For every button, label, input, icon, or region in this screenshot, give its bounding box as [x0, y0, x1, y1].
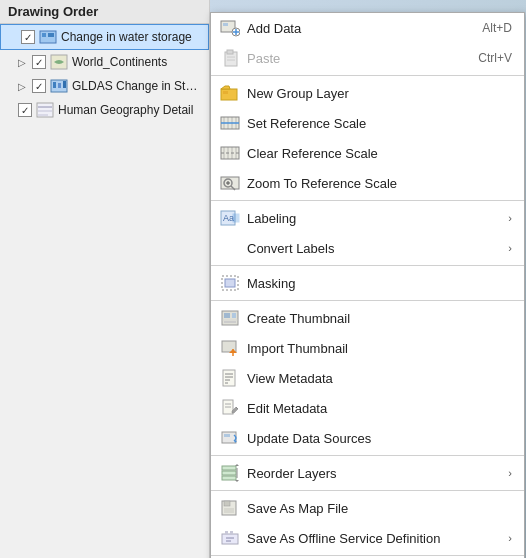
svg-rect-75 — [230, 531, 233, 535]
menu-label: Zoom To Reference Scale — [247, 176, 512, 191]
clear-ref-scale-icon — [219, 143, 241, 163]
expand-icon[interactable]: ▷ — [18, 57, 32, 68]
svg-rect-74 — [225, 531, 228, 535]
svg-rect-2 — [48, 33, 54, 37]
svg-rect-73 — [222, 534, 238, 544]
layer-item[interactable]: ▷ World_Continents — [0, 50, 209, 74]
submenu-arrow: › — [508, 242, 512, 254]
layer-item[interactable]: Human Geography Detail — [0, 98, 209, 122]
set-ref-scale-icon — [219, 113, 241, 133]
svg-rect-44 — [225, 279, 235, 287]
labeling-icon: Aa — [219, 208, 241, 228]
svg-text:Aa: Aa — [223, 213, 234, 223]
svg-marker-68 — [235, 464, 239, 466]
svg-marker-69 — [235, 480, 239, 482]
menu-separator — [211, 490, 524, 491]
import-thumbnail-icon — [219, 338, 241, 358]
svg-rect-1 — [42, 33, 46, 37]
menu-label: Convert Labels — [247, 241, 508, 256]
layer-label: Human Geography Detail — [58, 103, 193, 117]
svg-rect-22 — [223, 91, 228, 94]
menu-item-save-offline[interactable]: Save As Offline Service Definition › — [211, 523, 524, 553]
svg-rect-66 — [222, 476, 236, 480]
menu-separator — [211, 75, 524, 76]
menu-item-labeling[interactable]: Aa Labeling › — [211, 203, 524, 233]
menu-item-paste: Paste Ctrl+V — [211, 43, 524, 73]
menu-label: Add Data — [247, 21, 462, 36]
save-map-file-icon — [219, 498, 241, 518]
menu-label: Masking — [247, 276, 512, 291]
menu-item-import-thumbnail[interactable]: Import Thumbnail — [211, 333, 524, 363]
menu-item-view-metadata[interactable]: View Metadata — [211, 363, 524, 393]
layer-item[interactable]: Change in water storage — [0, 24, 209, 50]
layer-checkbox[interactable] — [18, 103, 32, 117]
menu-item-add-data[interactable]: Add Data Alt+D — [211, 13, 524, 43]
menu-label: Import Thumbnail — [247, 341, 512, 356]
svg-rect-6 — [58, 83, 61, 88]
expand-icon[interactable]: ▷ — [18, 81, 32, 92]
view-metadata-icon — [219, 368, 241, 388]
submenu-arrow: › — [508, 532, 512, 544]
menu-separator — [211, 555, 524, 556]
paste-icon — [219, 48, 241, 68]
menu-label: Update Data Sources — [247, 431, 512, 446]
layer-checkbox[interactable] — [32, 79, 46, 93]
layer-label: GLDAS Change in Storage 2006 — [72, 79, 203, 93]
menu-item-create-thumbnail[interactable]: Create Thumbnail — [211, 303, 524, 333]
zoom-ref-scale-icon — [219, 173, 241, 193]
menu-label: Create Thumbnail — [247, 311, 512, 326]
menu-separator — [211, 265, 524, 266]
menu-item-save-as-map-file[interactable]: Save As Map File — [211, 493, 524, 523]
panel-header: Drawing Order — [0, 0, 209, 24]
menu-label: New Group Layer — [247, 86, 512, 101]
menu-item-convert-labels[interactable]: Convert Labels › — [211, 233, 524, 263]
reorder-layers-icon — [219, 463, 241, 483]
svg-rect-18 — [227, 50, 233, 54]
menu-label: Paste — [247, 51, 458, 66]
menu-label: Edit Metadata — [247, 401, 512, 416]
group-layer-icon — [219, 83, 241, 103]
menu-separator — [211, 455, 524, 456]
menu-shortcut: Alt+D — [482, 21, 512, 35]
menu-separator — [211, 300, 524, 301]
layer-type-icon — [36, 101, 54, 119]
svg-rect-21 — [221, 89, 237, 100]
svg-rect-52 — [223, 370, 235, 386]
layer-item[interactable]: ▷ GLDAS Change in Storage 2006 — [0, 74, 209, 98]
menu-item-new-group-layer[interactable]: New Group Layer — [211, 78, 524, 108]
menu-item-edit-metadata[interactable]: Edit Metadata — [211, 393, 524, 423]
svg-rect-62 — [224, 434, 230, 437]
masking-icon — [219, 273, 241, 293]
svg-rect-72 — [224, 508, 234, 513]
menu-label: Labeling — [247, 211, 508, 226]
menu-item-update-data-sources[interactable]: Update Data Sources — [211, 423, 524, 453]
menu-item-set-reference-scale[interactable]: Set Reference Scale — [211, 108, 524, 138]
svg-rect-7 — [63, 81, 66, 88]
menu-label: Reorder Layers — [247, 466, 508, 481]
submenu-arrow: › — [508, 212, 512, 224]
svg-rect-46 — [224, 313, 230, 318]
layer-checkbox[interactable] — [32, 55, 46, 69]
svg-rect-61 — [222, 432, 236, 443]
save-offline-icon — [219, 528, 241, 548]
add-data-icon — [219, 18, 241, 38]
menu-item-masking[interactable]: Masking — [211, 268, 524, 298]
menu-shortcut: Ctrl+V — [478, 51, 512, 65]
menu-item-zoom-reference-scale[interactable]: Zoom To Reference Scale — [211, 168, 524, 198]
menu-label: Set Reference Scale — [247, 116, 512, 131]
convert-labels-icon — [219, 238, 241, 258]
menu-label: Clear Reference Scale — [247, 146, 512, 161]
menu-item-clear-reference-scale[interactable]: Clear Reference Scale — [211, 138, 524, 168]
layer-checkbox[interactable] — [21, 30, 35, 44]
menu-item-reorder-layers[interactable]: Reorder Layers › — [211, 458, 524, 488]
submenu-arrow: › — [508, 467, 512, 479]
menu-label: Save As Offline Service Definition — [247, 531, 508, 546]
drawing-order-panel: Drawing Order Change in water storage ▷ … — [0, 0, 210, 558]
svg-rect-47 — [232, 313, 236, 318]
layer-type-icon — [50, 77, 68, 95]
context-menu: Add Data Alt+D Paste Ctrl+V New Group La… — [210, 12, 525, 558]
layer-label: Change in water storage — [61, 30, 192, 44]
edit-metadata-icon — [219, 398, 241, 418]
update-data-sources-icon — [219, 428, 241, 448]
menu-label: Save As Map File — [247, 501, 512, 516]
